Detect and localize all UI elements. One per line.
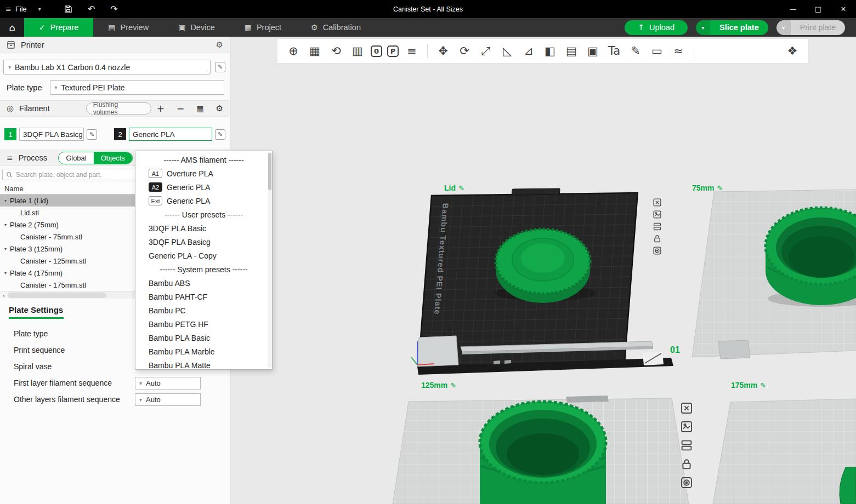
filament-preset-option[interactable]: 3DQF PLA Basicg [135,235,272,249]
gear-icon[interactable]: ⚙ [216,105,223,113]
viewport-3d[interactable]: Bambu Textured PEI Plate [230,37,856,504]
maximize-button[interactable]: □ [806,0,831,18]
arrange-icon[interactable]: ▥ [349,45,366,57]
tab-device[interactable]: ▣ Device [163,18,230,37]
remove-filament-icon[interactable]: − [177,104,184,113]
filament-preset-option[interactable]: Bambu ABS [135,276,272,290]
plate-label-125mm[interactable]: 125mm ✎ [421,381,456,390]
chevron-down-icon[interactable]: ▾ [776,20,791,35]
preset-option-label: Bambu PLA Matte [149,361,211,370]
filament-preset-option[interactable]: A2 Generic PLA [135,180,272,194]
lock-plate-icon[interactable] [680,457,693,471]
main-tabbar: ⌂ ✓ Prepare ▤ Preview ▣ Device [0,18,856,37]
minimize-button[interactable]: — [780,0,806,18]
add-model-icon[interactable]: ⊕ [285,45,302,57]
tab-icon: ⚙ [311,23,318,32]
plate-settings-icon[interactable] [653,246,662,255]
plate-label-75mm[interactable]: 75mm ✎ [692,184,723,192]
filament-1-dropdown[interactable]: 3DQF PLA Basicg [19,128,84,141]
scroll-left-icon[interactable]: ‹ [0,292,8,299]
scale-icon[interactable]: ⤢ [478,45,494,57]
upload-button[interactable]: ↑ Upload [625,20,688,35]
tab-project[interactable]: ▦ Project [230,18,296,37]
redo-icon[interactable]: ↷ [110,4,117,14]
lay-on-face-icon[interactable]: ◺ [499,45,515,57]
add-filament-icon[interactable]: + [157,104,165,113]
edit-printer-icon[interactable]: ✎ [215,62,225,72]
mirror-icon[interactable]: ◧ [542,45,558,57]
filament-preset-option[interactable]: Bambu PAHT-CF [135,290,272,303]
seam-painting-icon[interactable]: ≈ [670,45,687,57]
filament-preset-option[interactable]: A1 Overture PLA [135,167,272,180]
chevron-down-icon[interactable]: ▾ [696,20,710,35]
edit-pencil-icon[interactable]: ✎ [458,184,464,192]
assembly-view-icon[interactable]: ❖ [784,45,801,57]
filament-preset-option[interactable]: Generic PLA - Copy [135,249,272,262]
measure-icon[interactable]: ▭ [649,45,665,57]
auto-orient-icon[interactable]: ⟲ [328,45,344,57]
plate-175mm[interactable] [713,399,856,504]
cut-icon[interactable]: ⊿ [520,45,537,57]
split-to-objects-icon[interactable]: 0 [371,45,382,57]
dropdown-scrollbar-thumb[interactable] [268,153,271,190]
tab-prepare[interactable]: ✓ Prepare [24,18,93,37]
save-icon[interactable] [64,5,72,13]
delete-plate-icon[interactable] [680,402,693,415]
filament-preset-option[interactable]: Bambu PLA Basic [135,331,272,345]
edit-pencil-icon[interactable]: ✎ [760,381,766,390]
global-toggle[interactable]: Global [59,152,94,164]
slice-plate-button[interactable]: ▾ Slice plate [696,20,768,35]
tab-preview[interactable]: ▤ Preview [93,18,163,37]
edit-pencil-icon[interactable]: ✎ [717,184,723,192]
flushing-volumes-button[interactable]: Flushing volumes [86,102,151,114]
plate-type-dropdown[interactable]: ▾ Textured PEI Plate [50,80,225,95]
text-icon[interactable]: Ta [606,45,622,57]
filament-preset-option[interactable]: Bambu PC [135,303,272,317]
scrollbar-thumb[interactable] [8,293,106,298]
filament-preset-option[interactable]: 3DQF PLA Basic [135,221,272,235]
print-plate-button[interactable]: ▾ Print plate [776,20,845,35]
dropdown-scrollbar[interactable] [268,152,272,368]
delete-plate-icon[interactable] [653,198,662,207]
ams-icon[interactable]: ▦ [196,105,203,112]
edit-pencil-icon[interactable]: ✎ [450,381,456,390]
variable-layer-height-icon[interactable]: ▤ [563,45,580,57]
setting-dropdown[interactable]: ▾ Auto [135,377,201,390]
chevron-down-icon: ▾ [4,198,7,203]
model-canister-125mm[interactable] [480,402,606,504]
filament-preset-option[interactable]: Bambu PLA Marble [135,345,272,358]
plate-label-175mm[interactable]: 175mm ✎ [731,381,766,390]
model-canister-75mm[interactable] [766,208,856,307]
home-button[interactable]: ⌂ [0,18,24,37]
rotate-icon[interactable]: ⟳ [456,45,473,57]
filament-preset-option[interactable]: Ext Generic PLA [135,194,272,208]
edit-filament-2-icon[interactable]: ✎ [215,129,225,140]
viewport-canvas[interactable]: Bambu Textured PEI Plate [230,37,856,504]
filament-2-dropdown[interactable]: Generic PLA [129,128,212,141]
plate-name-icon[interactable] [680,439,693,452]
add-plate-icon[interactable]: ▦ [307,45,323,57]
setting-dropdown[interactable]: ▾ Auto [135,393,201,406]
plate-name-icon[interactable] [653,222,662,231]
object-list-icon[interactable]: ≡ [404,45,420,57]
move-icon[interactable]: ✥ [435,45,451,57]
edit-filament-1-icon[interactable]: ✎ [87,129,97,140]
printer-preset-dropdown[interactable]: ▾ Bambu Lab X1 Carbon 0.4 nozzle [3,60,211,75]
gear-icon[interactable]: ⚙ [216,40,223,50]
close-button[interactable]: ✕ [831,0,856,18]
undo-icon[interactable]: ↶ [88,4,95,14]
plate-settings-icon[interactable] [680,476,693,489]
color-painting-icon[interactable]: ✎ [627,45,644,57]
objects-toggle[interactable]: Objects [94,152,132,164]
lock-plate-icon[interactable] [653,234,662,243]
filament-preset-option[interactable]: Bambu PLA Matte [135,358,272,370]
tree-row-label: Plate 2 (75mm) [10,221,59,229]
filament-preset-option[interactable]: Bambu PETG HF [135,317,272,331]
fuzzy-skin-icon[interactable]: ▣ [585,45,601,57]
arrange-plate-icon[interactable] [680,420,693,433]
file-menu[interactable]: ≡ File ▾ [0,5,41,13]
plate-label-lid[interactable]: Lid ✎ [444,184,464,192]
arrange-plate-icon[interactable] [653,210,662,219]
split-to-parts-icon[interactable]: P [387,45,399,57]
tab-calibration[interactable]: ⚙ Calibration [296,18,376,37]
